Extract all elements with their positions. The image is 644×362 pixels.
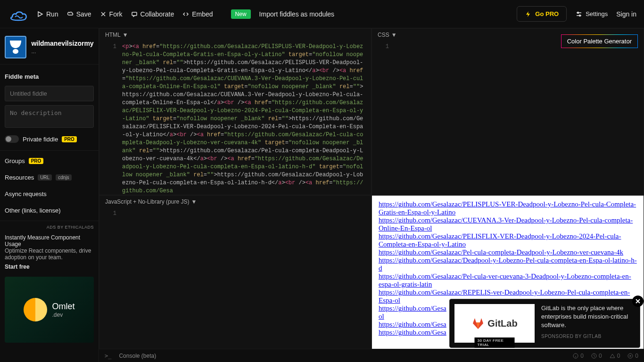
cloud-icon	[67, 11, 74, 17]
console-label: Console (beta)	[119, 353, 156, 359]
result-link[interactable]: https://github.com/Gesa	[379, 329, 446, 336]
play-icon	[37, 11, 43, 17]
console-warn-count: 0	[610, 353, 620, 359]
js-editor[interactable]: 1	[99, 208, 371, 362]
embed-button[interactable]: Embed	[182, 10, 213, 18]
lightning-icon	[525, 11, 531, 17]
topbar: Run Save Fork Collaborate Embed New Impo…	[0, 0, 644, 28]
result-link[interactable]: https://github.com/Gesalazac/Pel-cula-ve…	[379, 272, 631, 288]
result-link[interactable]: https://github.com/Gesalazac/PELISFLIX-V…	[379, 232, 621, 248]
save-button[interactable]: Save	[67, 10, 91, 18]
html-pane: HTML ▼ 1 <p><a href="https://github.com/…	[99, 28, 372, 195]
clock-icon	[591, 353, 597, 359]
ad-popup: GitLab 30 DAY FREE TRIAL GitLab is the o…	[449, 299, 640, 348]
run-button[interactable]: Run	[37, 10, 58, 18]
jsfiddle-logo[interactable]	[8, 6, 28, 23]
close-icon[interactable]	[632, 296, 644, 307]
collaborate-button[interactable]: Collaborate	[131, 10, 174, 18]
result-link[interactable]: https://github.com/Gesalazac/PELISPLUS-V…	[379, 200, 636, 216]
go-pro-button[interactable]: Go PRO	[517, 6, 567, 22]
console-time-count: 0	[591, 353, 602, 359]
ad-text[interactable]: Instantly Measure Component Usage Optimi…	[0, 231, 99, 273]
settings-button[interactable]: Settings	[575, 10, 608, 18]
pro-badge: PRO	[29, 158, 44, 164]
result-link[interactable]: https://github.com/Gesalazac/CUEVANA.3-V…	[379, 216, 633, 232]
fiddle-meta-heading: Fiddle meta	[0, 66, 99, 84]
ad-image[interactable]: Omlet .dev	[5, 277, 94, 343]
result-link[interactable]: https://github.com/Gesalazac/Pel-cula-co…	[379, 248, 623, 256]
result-link[interactable]: ol	[379, 313, 384, 320]
ads-label: ADS BY ETHICALADS	[0, 223, 99, 231]
console-info-count: 0	[573, 353, 584, 359]
console-error-count: 0	[627, 353, 638, 359]
import-modules-link[interactable]: Import fiddles as modules	[259, 10, 335, 18]
info-icon	[573, 353, 578, 359]
chevron-down-icon: ▼	[191, 198, 197, 205]
cdnjs-tag: cdnjs	[56, 174, 71, 181]
new-badge: New	[231, 9, 251, 19]
color-palette-button[interactable]: Color Palette Generator	[561, 34, 638, 48]
js-pane-header[interactable]: JavaScript + No-Library (pure JS) ▼	[99, 196, 371, 208]
sidebar-async[interactable]: Async requests	[0, 186, 99, 202]
popup-message: GitLab is the only place where enterpris…	[541, 304, 635, 330]
gitlab-ad-image[interactable]: GitLab 30 DAY FREE TRIAL	[454, 304, 535, 343]
private-toggle[interactable]	[5, 135, 19, 143]
code-icon	[182, 11, 189, 17]
sliders-icon	[575, 10, 583, 18]
sidebar: wildmanevilsizormyr ... Fiddle meta Priv…	[0, 28, 99, 362]
signin-button[interactable]: Sign in	[616, 10, 636, 18]
js-pane: JavaScript + No-Library (pure JS) ▼ 1	[99, 195, 372, 362]
sidebar-other[interactable]: Other (links, license)	[0, 202, 99, 219]
sidebar-resources[interactable]: Resources URL cdnjs	[0, 169, 99, 186]
svg-rect-0	[132, 12, 137, 16]
result-link[interactable]: https://github.com/Gesa	[379, 304, 446, 312]
fork-icon	[100, 11, 107, 17]
html-pane-header[interactable]: HTML ▼	[99, 29, 371, 41]
trial-badge: 30 DAY FREE TRIAL	[475, 337, 515, 348]
username: wildmanevilsizormyr	[31, 40, 94, 47]
gitlab-icon	[471, 317, 485, 330]
result-link[interactable]: https://github.com/Gesa	[379, 321, 446, 328]
omlet-logo-icon	[24, 298, 47, 321]
pro-badge: PRO	[62, 136, 77, 142]
private-label: Private fiddle	[23, 136, 58, 143]
chevron-down-icon: ▼	[123, 32, 128, 38]
fiddle-title-input[interactable]	[5, 86, 94, 101]
avatar[interactable]	[5, 36, 26, 58]
url-tag: URL	[38, 174, 52, 181]
result-link[interactable]: https://github.com/Gesalazac/Deadpool-y-…	[379, 256, 637, 272]
html-editor[interactable]: 1 <p><a href="https://github.com/Gesalaz…	[99, 41, 371, 195]
error-icon	[627, 353, 633, 359]
fork-button[interactable]: Fork	[100, 10, 123, 18]
sidebar-groups[interactable]: Groups PRO	[0, 153, 99, 169]
popup-sponsor: SPONSORED BY GITLAB	[541, 334, 635, 339]
css-pane: CSS ▼ Color Palette Generator 1	[372, 28, 644, 195]
fiddle-description-input[interactable]	[5, 105, 94, 128]
console-bar[interactable]: >_ Console (beta) 0 0 0 0	[99, 349, 644, 362]
user-menu[interactable]: ...	[31, 48, 94, 55]
prompt-icon: >_	[105, 353, 111, 359]
chevron-down-icon: ▼	[391, 32, 397, 38]
css-editor[interactable]: 1	[372, 41, 644, 195]
chat-icon	[131, 11, 138, 17]
warning-icon	[610, 353, 615, 359]
